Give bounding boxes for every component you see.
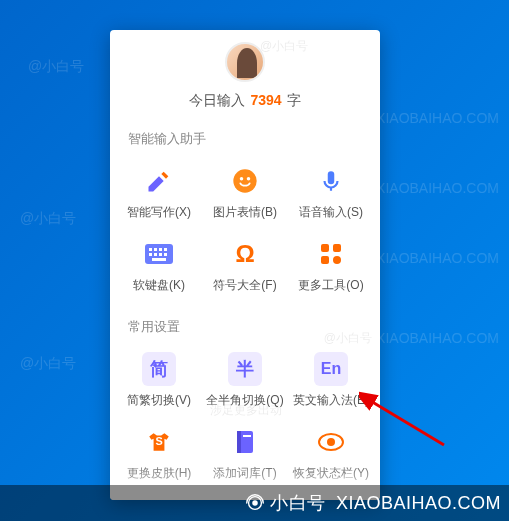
more-tools-button[interactable]: 更多工具(O) <box>288 231 374 304</box>
svg-point-1 <box>240 177 244 181</box>
bg-watermark: @小白号 <box>20 210 76 228</box>
jian-icon: 简 <box>142 352 176 386</box>
smile-icon <box>228 164 262 198</box>
bg-watermark: XIAOBAIHAO.COM <box>376 330 499 346</box>
simplified-traditional-toggle[interactable]: 简 简繁切换(V) <box>116 346 202 419</box>
svg-rect-7 <box>154 248 157 251</box>
voice-input-button[interactable]: 语音输入(S) <box>288 158 374 231</box>
eye-icon <box>314 425 348 459</box>
smart-writing-button[interactable]: 智能写作(X) <box>116 158 202 231</box>
section-assistant-title: 智能输入助手 <box>110 124 380 158</box>
svg-rect-9 <box>164 248 167 251</box>
brand-site: XIAOBAIHAO.COM <box>336 493 501 514</box>
svg-rect-15 <box>321 244 329 252</box>
svg-line-25 <box>369 400 444 445</box>
grid-icon <box>314 237 348 271</box>
svg-rect-3 <box>328 171 335 184</box>
svg-rect-17 <box>321 256 329 264</box>
item-label: 简繁切换(V) <box>127 392 191 409</box>
item-label: 软键盘(K) <box>133 277 185 294</box>
svg-rect-11 <box>154 253 157 256</box>
pen-icon <box>142 164 176 198</box>
svg-rect-13 <box>164 253 167 256</box>
book-icon <box>228 425 262 459</box>
item-label: 图片表情(B) <box>213 204 277 221</box>
mic-icon <box>314 164 348 198</box>
svg-point-2 <box>247 177 251 181</box>
panel-watermark: 涉足更多出动 <box>210 402 282 419</box>
svg-rect-6 <box>149 248 152 251</box>
item-label: 更多工具(O) <box>298 277 363 294</box>
ban-icon: 半 <box>228 352 262 386</box>
svg-rect-22 <box>243 435 251 437</box>
item-label: 智能写作(X) <box>127 204 191 221</box>
svg-rect-18 <box>333 256 341 264</box>
item-label: 符号大全(F) <box>213 277 276 294</box>
image-emoji-button[interactable]: 图片表情(B) <box>202 158 288 231</box>
svg-rect-10 <box>149 253 152 256</box>
today-suffix: 字 <box>287 92 301 108</box>
symbols-button[interactable]: Ω 符号大全(F) <box>202 231 288 304</box>
today-count: 7394 <box>250 92 281 108</box>
item-label: 英文输入法(E) <box>293 392 369 409</box>
panel-watermark: @小白号 <box>324 330 372 347</box>
svg-rect-16 <box>333 244 341 252</box>
avatar-wrap <box>110 30 380 82</box>
en-icon: En <box>314 352 348 386</box>
svg-point-26 <box>253 500 259 506</box>
bg-watermark: XIAOBAIHAO.COM <box>376 110 499 126</box>
svg-text:S: S <box>155 435 162 447</box>
footer-watermark-bar: 小白号 XIAOBAIHAO.COM <box>0 485 509 521</box>
svg-rect-14 <box>152 258 166 261</box>
keyboard-icon <box>142 237 176 271</box>
brand-logo: 小白号 <box>244 491 326 515</box>
svg-rect-8 <box>159 248 162 251</box>
english-ime-button[interactable]: En 英文输入法(E) <box>288 346 374 419</box>
today-input-stats: 今日输入 7394 字 <box>110 92 380 110</box>
bg-watermark: XIAOBAIHAO.COM <box>376 180 499 196</box>
assistant-grid: 智能写作(X) 图片表情(B) 语音输入(S) 软键盘(K) Ω 符号大全(F) <box>110 158 380 312</box>
item-label: 语音输入(S) <box>299 204 363 221</box>
bg-watermark: @小白号 <box>20 355 76 373</box>
user-avatar[interactable] <box>225 42 265 82</box>
shirt-icon: S <box>142 425 176 459</box>
svg-rect-12 <box>159 253 162 256</box>
bg-watermark: @小白号 <box>28 58 84 76</box>
svg-point-24 <box>327 438 335 446</box>
soft-keyboard-button[interactable]: 软键盘(K) <box>116 231 202 304</box>
bg-watermark: XIAOBAIHAO.COM <box>376 250 499 266</box>
panel-watermark: @小白号 <box>260 38 308 55</box>
omega-icon: Ω <box>228 237 262 271</box>
svg-point-0 <box>233 169 256 192</box>
brand-text: 小白号 <box>270 491 326 515</box>
today-prefix: 今日输入 <box>189 92 245 108</box>
svg-rect-21 <box>237 431 241 453</box>
ime-settings-panel: @小白号 @小白号 涉足更多出动 今日输入 7394 字 智能输入助手 智能写作… <box>110 30 380 500</box>
